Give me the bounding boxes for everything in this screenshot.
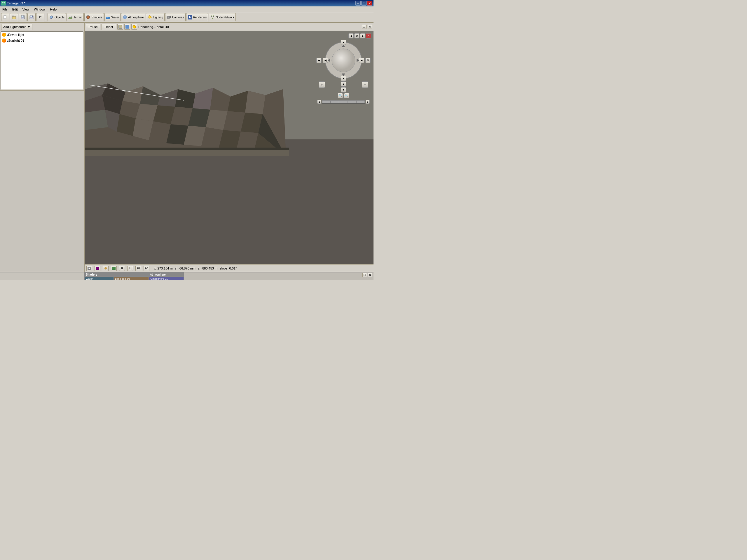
atmosphere-button[interactable]: Atmosphere [121,13,145,21]
menu-edit[interactable]: Edit [10,7,20,12]
nav-settings-button[interactable]: ⚙ [354,33,360,38]
nav-outer-settings-button[interactable]: ⚙ [365,58,370,63]
renderers-button[interactable]: Renderers [186,13,208,21]
svg-line-32 [211,16,212,18]
svg-rect-3 [12,16,14,17]
undo-button[interactable] [36,13,44,21]
tilt-up-button[interactable]: ▲ [341,81,346,87]
base-colours-group: Base colours [114,272,149,280]
pause-button[interactable]: Pause [86,24,100,30]
nav-up-button[interactable]: ▲ [341,40,346,45]
zoom-out-button[interactable]: − [362,81,368,88]
menu-window[interactable]: Window [31,7,48,12]
lighting-button[interactable]: Lighting [146,13,164,21]
close-button[interactable]: ✕ [367,1,372,5]
water-button[interactable]: Water [104,13,121,21]
atmosphere-icon [123,15,127,20]
svg-point-15 [86,16,90,19]
nav-right-button[interactable]: ▶ [360,33,365,38]
nav-outer-left-button[interactable]: ◀ [316,58,321,63]
light-item-sun[interactable]: /Sunlight 01 [1,37,83,44]
view-icon-4[interactable] [111,266,117,271]
view-fo-button[interactable]: FO [144,266,149,271]
svg-point-37 [133,25,136,28]
titlebar-controls: ─ ❐ ✕ [355,1,372,5]
nav-pan-left-button[interactable]: ◀ [323,58,328,63]
zoom-in-button[interactable]: + [319,81,325,88]
minimize-button[interactable]: ─ [355,1,361,5]
add-lightsource-button[interactable]: Add Lightsource ▼ [1,24,32,30]
toolbar: + Objects Terrain Shaders Water [0,12,374,23]
undo-icon [38,15,43,20]
atmosphere-node-item[interactable]: Atmosphere 01 [149,277,183,280]
magnify-in-button[interactable]: 🔍 [338,93,343,98]
view-icon-2[interactable] [95,266,100,271]
renderers-icon [188,15,192,20]
render-icon-1[interactable] [117,24,123,30]
view-r-button[interactable]: R [119,266,125,271]
svg-marker-24 [170,16,171,18]
lightsource-header: Add Lightsource ▼ [0,23,84,31]
nav-left-button[interactable]: ◀ [349,33,354,38]
svg-rect-87 [112,267,115,270]
render-icon-2[interactable] [124,24,130,30]
view-icon-1[interactable] [86,266,92,271]
toolbar-separator-1 [46,13,46,21]
timeline-next-button[interactable]: ▶ [366,100,370,104]
menu-file[interactable]: File [0,7,10,12]
view-icon-3[interactable] [103,266,108,271]
svg-rect-36 [126,25,129,29]
svg-rect-5 [22,16,23,17]
window-title: Terragen 2 * [7,1,25,5]
svg-rect-6 [21,18,24,19]
nav-close-button[interactable]: ✕ [366,33,371,38]
nav-pan-right-button[interactable]: ▶ [359,58,364,63]
magnify-out-button[interactable]: 🔍- [344,93,349,98]
node-network-label: Node Network [216,16,234,19]
view-fp-button[interactable]: FP [135,266,141,271]
titlebar: T2 Terragen 2 * ─ ❐ ✕ [0,0,374,6]
enviro-light-icon [2,33,6,37]
svg-point-18 [149,16,151,18]
node-panel-close-button[interactable]: ✕ [368,273,372,277]
node-panel-left [0,272,85,280]
menu-view[interactable]: View [20,7,32,12]
svg-rect-9 [30,18,33,19]
water-node-item[interactable]: Water [85,277,113,280]
saveas-icon: + [29,15,34,20]
timeline-prev-button[interactable]: ◀ [317,100,321,104]
saveas-button[interactable]: + [27,13,35,21]
save-button[interactable] [19,13,27,21]
node-network-button[interactable]: Node Network [209,13,235,21]
viewport[interactable]: ◀ ⚙ ▶ ✕ [85,31,374,272]
objects-label: Objects [55,16,65,19]
view-l-button[interactable]: L [127,266,133,271]
pause-label: Pause [88,25,98,29]
render-icon-3[interactable] [131,24,137,30]
viewport-close-button[interactable]: ✕ [368,25,372,29]
reset-button[interactable]: Reset [102,24,116,30]
base-colours-header [114,272,149,277]
node-panel-restore-button[interactable]: ❐ [362,273,367,277]
cameras-button[interactable]: Cameras [165,13,186,21]
atmosphere-header: Atmosphere [149,272,183,277]
menu-help[interactable]: Help [48,7,59,12]
restore-button[interactable]: ❐ [361,1,366,5]
objects-button[interactable]: Objects [48,13,66,21]
light-item-enviro[interactable]: /Enviro light [1,32,83,37]
cameras-label: Cameras [172,16,184,19]
shaders-button[interactable]: Shaders [84,13,104,21]
new-icon [3,15,7,20]
svg-point-17 [123,16,127,19]
sun-light-icon [2,38,6,43]
coord-z: z: -880.453 m [198,267,217,270]
viewport-restore-button[interactable]: ❐ [362,25,366,29]
terrain-button[interactable]: Terrain [67,13,84,21]
dropdown-arrow-icon: ▼ [27,25,31,29]
base-colours-item[interactable]: Base colours [114,277,149,280]
tilt-down-button[interactable]: ▼ [341,87,346,92]
new-button[interactable] [1,13,9,21]
nav-down-button[interactable]: ▼ [341,76,346,81]
renderers-label: Renderers [193,16,207,19]
open-button[interactable] [10,13,18,21]
